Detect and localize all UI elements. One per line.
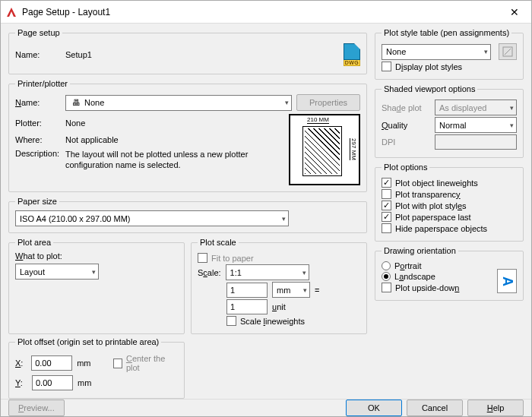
app-icon	[5, 6, 17, 18]
x-label: X:	[15, 359, 27, 368]
printer-name-label: Name:	[15, 98, 61, 107]
scale-unit-select[interactable]: mm▾	[272, 282, 310, 298]
page-setup-name-label: Name:	[15, 50, 61, 59]
paper-size-select[interactable]: ISO A4 (210.00 x 297.00 MM)▾	[15, 210, 289, 226]
fit-to-paper-checkbox: Fit to paper	[198, 253, 360, 263]
printer-legend: Printer/plotter	[15, 79, 70, 88]
desc-label: Description:	[15, 149, 61, 158]
paper-preview: 210 MM 297 MM	[289, 114, 360, 185]
shade-plot-select: As displayed▾	[435, 100, 517, 115]
plot-paperspace-last-checkbox[interactable]: Plot paperspace last	[382, 212, 517, 222]
orientation-legend: Drawing orientation	[382, 246, 458, 255]
dpi-input	[435, 134, 517, 150]
page-setup-name-value: Setup1	[65, 50, 92, 59]
shaded-viewport-group: Shaded viewport options Shade plot As di…	[375, 84, 524, 158]
where-value: Not applicable	[65, 135, 119, 144]
properties-button[interactable]: Properties	[296, 94, 360, 111]
window-title: Page Setup - Layout1	[22, 7, 498, 17]
pen-icon	[502, 46, 513, 57]
hide-paperspace-checkbox[interactable]: Hide paperspace objects	[382, 223, 517, 233]
desc-value: The layout will not be plotted unless a …	[65, 149, 283, 170]
y-input[interactable]	[32, 375, 73, 390]
printer-name-select[interactable]: 🖶 None ▾	[65, 95, 292, 111]
display-plot-styles-checkbox[interactable]: Display plot styles	[382, 62, 517, 71]
center-plot-checkbox: Center the plot	[113, 354, 178, 372]
plot-area-legend: Plot area	[15, 238, 53, 247]
plot-lineweights-checkbox[interactable]: Plot object lineweights	[382, 178, 517, 188]
printer-group: Printer/plotter Name: 🖶 None ▾ Propertie…	[8, 79, 367, 192]
scale-lineweights-checkbox[interactable]: Scale lineweights	[226, 316, 360, 326]
plotter-value: None	[65, 118, 85, 128]
paper-size-legend: Paper size	[15, 197, 59, 206]
equals-label: =	[315, 286, 319, 295]
pst-select[interactable]: None▾	[382, 44, 491, 60]
page-setup-legend: Page setup	[15, 28, 62, 37]
svo-legend: Shaded viewport options	[382, 84, 477, 93]
cancel-button[interactable]: Cancel	[407, 400, 463, 416]
what-to-plot-select[interactable]: Layout▾	[15, 264, 99, 280]
orientation-icon: A	[497, 269, 517, 293]
page-setup-dialog: Page Setup - Layout1 ✕ Page setup Name: …	[0, 0, 532, 417]
scale-select[interactable]: 1:1▾	[226, 264, 309, 280]
plot-area-group: Plot area What to plot: Layout▾	[8, 238, 185, 334]
plot-transparency-checkbox[interactable]: Plot transparency	[382, 189, 517, 199]
scale-den-input[interactable]	[226, 299, 268, 314]
paper-size-group: Paper size ISO A4 (210.00 x 297.00 MM)▾	[8, 197, 367, 233]
plot-style-table-group: Plot style table (pen assignments) None▾…	[375, 28, 524, 80]
page-setup-group: Page setup Name: Setup1 DWG	[8, 28, 367, 74]
plot-scale-legend: Plot scale	[198, 238, 239, 247]
dialog-footer: Preview... OK Cancel Help	[1, 399, 531, 416]
plot-options-group: Plot options Plot object lineweights Plo…	[375, 163, 524, 242]
close-button[interactable]: ✕	[498, 1, 531, 23]
scale-label: Scale:	[198, 268, 221, 277]
preview-button[interactable]: Preview...	[8, 400, 65, 416]
plot-with-styles-checkbox[interactable]: Plot with plot styles	[382, 201, 517, 210]
x-unit: mm	[77, 359, 90, 368]
orientation-group: Drawing orientation Portrait Landscape P…	[375, 246, 524, 301]
pst-legend: Plot style table (pen assignments)	[382, 28, 511, 37]
dwg-icon: DWG	[344, 43, 360, 66]
unit-label: unit	[272, 302, 286, 311]
help-button[interactable]: Help	[467, 400, 524, 416]
quality-label: Quality	[382, 121, 430, 130]
x-input[interactable]	[31, 355, 72, 371]
plot-options-legend: Plot options	[382, 163, 429, 172]
plot-offset-group: Plot offset (origin set to printable are…	[8, 337, 185, 399]
what-to-plot-label: What to plot:	[15, 251, 178, 261]
dpi-label: DPI	[382, 137, 430, 147]
plot-scale-group: Plot scale Fit to paper Scale: 1:1▾ mm▾ …	[191, 238, 367, 334]
titlebar: Page Setup - Layout1 ✕	[1, 1, 531, 24]
pst-edit-button[interactable]	[499, 43, 517, 60]
plot-offset-legend: Plot offset (origin set to printable are…	[15, 337, 161, 346]
y-label: Y:	[15, 378, 27, 387]
printer-icon: 🖶	[70, 98, 82, 107]
plotter-label: Plotter:	[15, 118, 61, 128]
where-label: Where:	[15, 135, 61, 144]
shade-plot-label: Shade plot	[382, 103, 430, 112]
quality-select[interactable]: Normal▾	[435, 117, 517, 133]
y-unit: mm	[78, 378, 91, 387]
scale-num-input[interactable]	[226, 283, 268, 298]
ok-button[interactable]: OK	[346, 400, 402, 416]
